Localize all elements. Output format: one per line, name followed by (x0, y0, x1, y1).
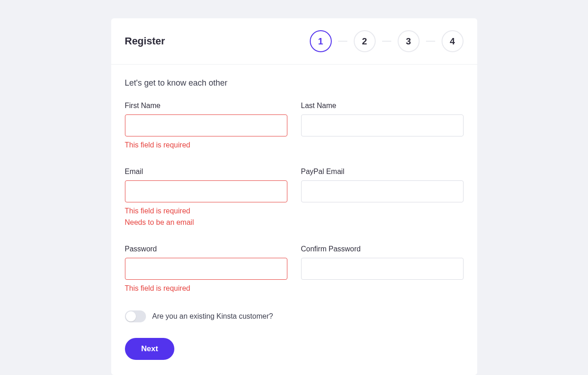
row-name: First Name This field is required Last N… (125, 102, 464, 151)
first-name-input[interactable] (125, 114, 287, 136)
card-body: Let's get to know each other First Name … (111, 65, 477, 375)
password-input[interactable] (125, 258, 287, 280)
field-paypal-email: PayPal Email (301, 168, 464, 202)
confirm-password-input[interactable] (301, 258, 464, 280)
row-email: Email This field is required Needs to be… (125, 168, 464, 228)
first-name-label: First Name (125, 102, 287, 110)
last-name-label: Last Name (301, 102, 464, 110)
step-indicator: 1 2 3 4 (310, 30, 464, 52)
last-name-input[interactable] (301, 114, 464, 136)
field-first-name: First Name This field is required (125, 102, 287, 151)
password-error: This field is required (125, 283, 287, 294)
row-password: Password This field is required Confirm … (125, 245, 464, 294)
step-4[interactable]: 4 (442, 30, 464, 52)
paypal-email-label: PayPal Email (301, 168, 464, 176)
field-confirm-password: Confirm Password (301, 245, 464, 280)
existing-customer-label: Are you an existing Kinsta customer? (152, 312, 273, 321)
next-button[interactable]: Next (125, 338, 175, 360)
field-password: Password This field is required (125, 245, 287, 294)
existing-customer-toggle[interactable] (125, 310, 146, 322)
step-3[interactable]: 3 (398, 30, 420, 52)
register-card: Register 1 2 3 4 Let's get to know each … (111, 18, 477, 375)
password-label: Password (125, 245, 287, 253)
step-1[interactable]: 1 (310, 30, 332, 52)
step-separator (382, 41, 391, 42)
existing-customer-row: Are you an existing Kinsta customer? (125, 310, 464, 322)
email-error: This field is required Needs to be an em… (125, 205, 287, 228)
field-email: Email This field is required Needs to be… (125, 168, 287, 228)
email-input[interactable] (125, 180, 287, 202)
step-separator (426, 41, 435, 42)
first-name-error: This field is required (125, 139, 287, 151)
email-label: Email (125, 168, 287, 176)
step-2[interactable]: 2 (354, 30, 376, 52)
paypal-email-input[interactable] (301, 180, 464, 202)
page-title: Register (125, 35, 165, 47)
subtitle: Let's get to know each other (125, 78, 464, 88)
confirm-password-label: Confirm Password (301, 245, 464, 253)
card-header: Register 1 2 3 4 (111, 18, 477, 65)
step-separator (338, 41, 347, 42)
toggle-knob-icon (126, 311, 136, 321)
field-last-name: Last Name (301, 102, 464, 136)
